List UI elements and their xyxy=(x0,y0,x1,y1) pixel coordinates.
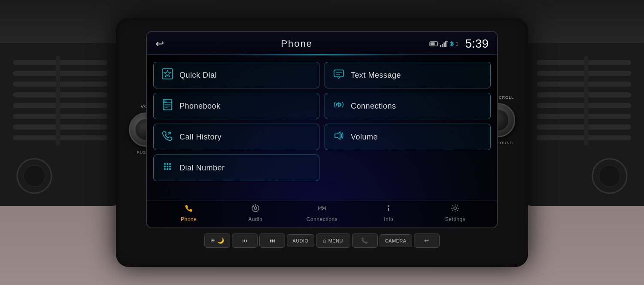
volume-button[interactable]: Volume xyxy=(325,124,491,150)
svg-rect-19 xyxy=(584,56,588,146)
svg-line-38 xyxy=(168,132,170,135)
settings-nav-label: Settings xyxy=(445,216,465,222)
quick-dial-icon xyxy=(161,68,173,82)
battery-icon xyxy=(429,41,439,47)
info-nav-label: Info xyxy=(384,216,393,222)
svg-rect-27 xyxy=(444,42,445,47)
info-nav-icon xyxy=(384,204,393,215)
call-history-icon xyxy=(161,130,173,144)
audio-nav-icon xyxy=(251,204,260,215)
svg-point-39 xyxy=(164,163,166,165)
prev-track-button[interactable]: ⏮ xyxy=(232,233,258,248)
svg-point-21 xyxy=(599,165,620,187)
dial-number-icon xyxy=(161,161,173,175)
camera-button[interactable]: CAMERA xyxy=(380,234,412,247)
menu-left: Quick Dial xyxy=(153,62,319,196)
audio-hw-label: AUDIO xyxy=(292,238,308,243)
phonebook-icon xyxy=(161,99,173,113)
call-history-label: Call History xyxy=(179,133,222,142)
phone-nav-icon xyxy=(185,204,193,215)
nav-info[interactable]: Info xyxy=(371,204,406,222)
svg-point-55 xyxy=(388,205,389,207)
svg-line-29 xyxy=(447,41,448,42)
connections-label: Connections xyxy=(351,102,396,111)
svg-point-43 xyxy=(167,166,168,167)
back-button[interactable]: ↩ xyxy=(155,38,164,50)
phone-hw-button[interactable]: 📞 xyxy=(352,233,378,248)
infotainment-screen: ↩ Phone xyxy=(146,31,498,228)
svg-rect-25 xyxy=(440,45,441,47)
svg-rect-56 xyxy=(388,208,389,211)
connections-button[interactable]: Connections xyxy=(325,93,491,119)
bluetooth-icon xyxy=(449,40,454,47)
brightness-icon: ☀ xyxy=(210,237,216,244)
brightness-button[interactable]: ☀ 🌙 xyxy=(204,233,230,248)
infotainment-unit: VOL PUSH ⏻ TUNE SCROLL PUSH SOUND ↩ Phon… xyxy=(116,18,528,267)
phone-hw-icon: 📞 xyxy=(361,237,368,244)
svg-point-44 xyxy=(169,166,171,167)
text-message-icon xyxy=(333,68,345,82)
back-hw-icon: ↩ xyxy=(424,237,429,244)
phonebook-label: Phonebook xyxy=(179,102,221,111)
bt-number: 1 xyxy=(456,41,458,46)
prev-icon: ⏮ xyxy=(242,237,248,244)
physical-buttons-row: ☀ 🌙 ⏮ ⏭ AUDIO ⌂ MENU 📞 CAMERA ↩ xyxy=(146,233,498,248)
svg-rect-24 xyxy=(431,42,435,45)
svg-rect-8 xyxy=(56,56,60,146)
nav-settings[interactable]: Settings xyxy=(438,204,472,222)
svg-point-57 xyxy=(454,207,456,209)
svg-rect-48 xyxy=(334,70,343,77)
svg-rect-26 xyxy=(442,44,443,47)
volume-icon xyxy=(333,130,345,144)
connections-nav-icon xyxy=(318,204,326,215)
vent-right xyxy=(524,43,644,206)
next-track-button[interactable]: ⏭ xyxy=(259,233,285,248)
menu-hw-button[interactable]: ⌂ MENU xyxy=(316,233,350,248)
call-history-button[interactable]: Call History xyxy=(153,124,319,150)
status-area: 1 5:39 xyxy=(429,37,489,51)
svg-point-40 xyxy=(167,163,168,165)
menu-area: Quick Dial xyxy=(147,55,497,200)
screen-header: ↩ Phone xyxy=(147,32,497,55)
nav-phone[interactable]: Phone xyxy=(172,204,206,222)
menu-right: Text Message xyxy=(325,62,491,196)
dial-number-label: Dial Number xyxy=(179,164,225,173)
settings-nav-icon xyxy=(451,204,459,215)
svg-point-45 xyxy=(164,168,166,170)
back-hw-button[interactable]: ↩ xyxy=(414,233,440,248)
status-icons: 1 xyxy=(429,40,458,47)
camera-label: CAMERA xyxy=(385,238,407,243)
svg-rect-23 xyxy=(437,43,438,45)
svg-point-10 xyxy=(24,165,45,187)
audio-hw-button[interactable]: AUDIO xyxy=(287,234,314,247)
svg-rect-34 xyxy=(164,101,166,103)
phone-nav-label: Phone xyxy=(181,216,197,222)
quick-dial-button[interactable]: Quick Dial xyxy=(153,62,319,88)
audio-nav-label: Audio xyxy=(248,216,262,222)
nav-connections[interactable]: Connections xyxy=(305,204,339,222)
svg-point-42 xyxy=(164,166,166,167)
svg-marker-31 xyxy=(164,70,171,77)
connections-nav-label: Connections xyxy=(307,216,337,222)
next-icon: ⏭ xyxy=(270,237,276,244)
svg-rect-28 xyxy=(445,41,447,47)
svg-point-47 xyxy=(169,168,171,170)
phonebook-button[interactable]: Phonebook xyxy=(153,93,319,119)
svg-point-46 xyxy=(167,168,168,170)
screen-title: Phone xyxy=(281,38,313,49)
vent-left xyxy=(0,43,120,206)
text-message-button[interactable]: Text Message xyxy=(325,62,491,88)
svg-marker-51 xyxy=(335,132,340,139)
text-message-label: Text Message xyxy=(351,71,401,80)
connections-icon xyxy=(333,99,345,113)
signal-icon xyxy=(440,41,448,47)
bottom-nav: Phone Audio xyxy=(147,200,497,227)
menu-hw-label: MENU xyxy=(328,238,343,243)
volume-label: Volume xyxy=(351,133,378,142)
svg-point-53 xyxy=(254,207,257,209)
time-display: 5:39 xyxy=(465,37,489,51)
svg-point-41 xyxy=(169,163,171,165)
quick-dial-label: Quick Dial xyxy=(179,71,217,80)
dial-number-button[interactable]: Dial Number xyxy=(153,155,319,181)
nav-audio[interactable]: Audio xyxy=(238,204,273,222)
